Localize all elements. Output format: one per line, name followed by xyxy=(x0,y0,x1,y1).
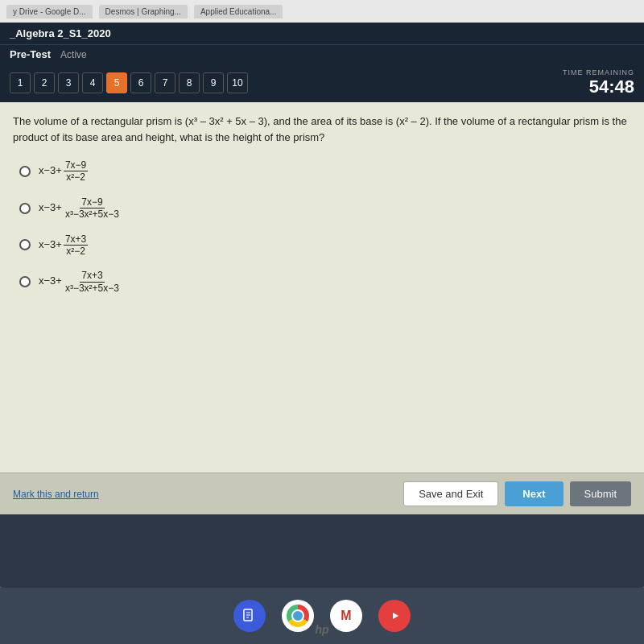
timer-area: TIME REMAINING 54:48 xyxy=(563,68,634,97)
option-c-text: x−3+7x+3x²−2 xyxy=(39,233,89,258)
test-bar: Pre-Test Active xyxy=(0,44,644,64)
nav-bar: 1 2 3 4 5 6 7 8 9 10 TIME REMAINING 54:4… xyxy=(0,64,644,102)
submit-button[interactable]: Submit xyxy=(570,481,631,506)
mark-return-link[interactable]: Mark this and return xyxy=(13,489,99,500)
action-buttons: Save and Exit Next Submit xyxy=(403,481,631,506)
radio-a[interactable] xyxy=(19,166,31,177)
app-header: _Algebra 2_S1_2020 xyxy=(0,23,644,44)
option-a-text: x−3+7x−9x²−2 xyxy=(39,159,89,184)
option-a[interactable]: x−3+7x−9x²−2 xyxy=(19,159,631,184)
answer-options: x−3+7x−9x²−2 x−3+7x−9x³−3x²+5x−3 x−3+7x+… xyxy=(19,159,631,294)
test-status-label: Active xyxy=(60,49,87,60)
radio-b[interactable] xyxy=(19,203,31,214)
hp-logo: hp xyxy=(315,623,328,636)
radio-c[interactable] xyxy=(19,239,31,250)
option-c[interactable]: x−3+7x+3x²−2 xyxy=(19,233,631,258)
taskbar-icon-youtube[interactable] xyxy=(378,600,411,632)
option-d[interactable]: x−3+7x+3x³−3x²+5x−3 xyxy=(19,270,631,294)
taskbar-icon-file[interactable] xyxy=(233,600,266,632)
question-btn-4[interactable]: 4 xyxy=(82,72,103,93)
question-btn-8[interactable]: 8 xyxy=(179,72,200,93)
chrome-icon xyxy=(287,605,309,627)
next-button[interactable]: Next xyxy=(505,481,563,506)
option-b[interactable]: x−3+7x−9x³−3x²+5x−3 xyxy=(19,196,631,221)
radio-d[interactable] xyxy=(19,276,31,287)
browser-chrome: y Drive - Google D... Desmos | Graphing.… xyxy=(0,0,644,23)
save-exit-button[interactable]: Save and Exit xyxy=(403,481,498,506)
screen: y Drive - Google D... Desmos | Graphing.… xyxy=(0,0,644,588)
app-title: _Algebra 2_S1_2020 xyxy=(10,27,111,39)
timer-value: 54:48 xyxy=(563,76,634,97)
question-btn-2[interactable]: 2 xyxy=(34,72,55,93)
question-btn-1[interactable]: 1 xyxy=(10,72,31,93)
question-btn-6[interactable]: 6 xyxy=(130,72,151,93)
question-text: The volume of a rectangular prism is (x³… xyxy=(13,114,631,145)
question-numbers: 1 2 3 4 5 6 7 8 9 10 xyxy=(10,72,248,93)
option-d-text: x−3+7x+3x³−3x²+5x−3 xyxy=(39,270,122,294)
taskbar-icon-gmail[interactable]: M xyxy=(330,600,362,632)
question-btn-9[interactable]: 9 xyxy=(203,72,224,93)
question-btn-10[interactable]: 10 xyxy=(227,72,248,93)
browser-tab-3[interactable]: Applied Educationa... xyxy=(194,5,283,19)
question-btn-5[interactable]: 5 xyxy=(106,72,127,93)
option-b-text: x−3+7x−9x³−3x²+5x−3 xyxy=(39,196,122,221)
question-btn-3[interactable]: 3 xyxy=(58,72,79,93)
taskbar-icon-chrome[interactable] xyxy=(282,600,314,632)
svg-marker-4 xyxy=(393,613,398,619)
browser-tab-1[interactable]: y Drive - Google D... xyxy=(6,5,93,19)
browser-tab-2[interactable]: Desmos | Graphing... xyxy=(99,5,188,19)
test-type-label: Pre-Test xyxy=(10,48,51,60)
content-area: The volume of a rectangular prism is (x³… xyxy=(0,102,644,473)
action-bar: Mark this and return Save and Exit Next … xyxy=(0,473,644,514)
timer-label: TIME REMAINING xyxy=(563,68,634,76)
question-btn-7[interactable]: 7 xyxy=(155,72,175,93)
